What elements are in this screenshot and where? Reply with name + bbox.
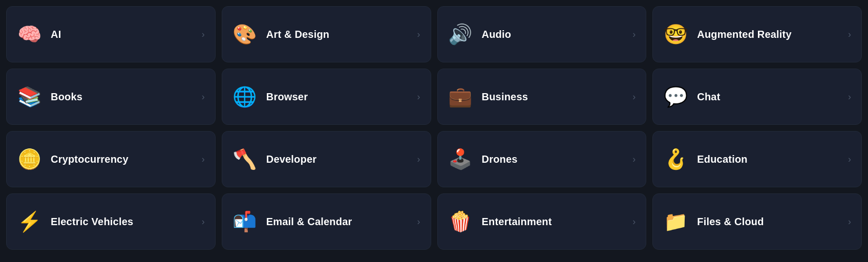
category-card-education[interactable]: 🪝Education› — [652, 131, 862, 187]
category-card-audio[interactable]: 🔊Audio› — [437, 6, 647, 62]
category-card-augmented-reality[interactable]: 🤓Augmented Reality› — [652, 6, 862, 62]
category-card-email-calendar[interactable]: 📬Email & Calendar› — [222, 193, 431, 250]
chat-icon: 💬 — [663, 87, 688, 106]
business-chevron-icon: › — [632, 92, 636, 102]
chat-chevron-icon: › — [848, 92, 851, 102]
ai-label: AI — [51, 29, 61, 40]
business-label: Business — [482, 91, 528, 103]
card-left-section: 💼Business — [448, 87, 528, 106]
card-left-section: 🌐Browser — [232, 87, 308, 106]
art-design-icon: 🎨 — [232, 25, 257, 44]
audio-chevron-icon: › — [632, 29, 636, 40]
cryptocurrency-label: Cryptocurrency — [51, 154, 129, 165]
files-cloud-chevron-icon: › — [848, 216, 851, 227]
card-left-section: 🔊Audio — [448, 25, 512, 44]
books-chevron-icon: › — [202, 92, 205, 102]
card-left-section: 🧠AI — [17, 25, 61, 44]
card-left-section: 💬Chat — [663, 87, 720, 106]
card-left-section: 📬Email & Calendar — [232, 212, 352, 231]
augmented-reality-label: Augmented Reality — [697, 29, 792, 40]
drones-icon: 🕹️ — [448, 149, 473, 169]
card-left-section: 🪝Education — [663, 149, 747, 169]
audio-label: Audio — [482, 29, 512, 40]
augmented-reality-icon: 🤓 — [663, 25, 688, 44]
developer-label: Developer — [266, 154, 317, 165]
entertainment-label: Entertainment — [482, 216, 552, 228]
card-left-section: 📚Books — [17, 87, 82, 106]
audio-icon: 🔊 — [448, 25, 473, 44]
category-card-business[interactable]: 💼Business› — [437, 69, 647, 125]
card-left-section: 🕹️Drones — [448, 149, 518, 169]
developer-icon: 🪓 — [232, 149, 257, 169]
category-card-browser[interactable]: 🌐Browser› — [222, 69, 431, 125]
cryptocurrency-icon: 🪙 — [17, 149, 41, 169]
category-card-electric-vehicles[interactable]: ⚡Electric Vehicles› — [6, 193, 216, 250]
art-design-chevron-icon: › — [417, 29, 420, 40]
books-label: Books — [51, 91, 82, 103]
chat-label: Chat — [697, 91, 720, 103]
category-card-chat[interactable]: 💬Chat› — [652, 69, 862, 125]
card-left-section: 📁Files & Cloud — [663, 212, 764, 231]
browser-icon: 🌐 — [232, 87, 257, 106]
augmented-reality-chevron-icon: › — [848, 29, 851, 40]
card-left-section: 🪙Cryptocurrency — [17, 149, 129, 169]
electric-vehicles-label: Electric Vehicles — [51, 216, 133, 228]
category-card-books[interactable]: 📚Books› — [6, 69, 216, 125]
category-grid: 🧠AI›🎨Art & Design›🔊Audio›🤓Augmented Real… — [6, 6, 862, 250]
card-left-section: 🪓Developer — [232, 149, 317, 169]
drones-label: Drones — [482, 154, 518, 165]
files-cloud-label: Files & Cloud — [697, 216, 764, 228]
education-icon: 🪝 — [663, 149, 688, 169]
ai-icon: 🧠 — [17, 25, 41, 44]
entertainment-icon: 🍿 — [448, 212, 473, 231]
category-card-developer[interactable]: 🪓Developer› — [222, 131, 431, 187]
card-left-section: 🍿Entertainment — [448, 212, 552, 231]
category-card-files-cloud[interactable]: 📁Files & Cloud› — [652, 193, 862, 250]
education-label: Education — [697, 154, 747, 165]
drones-chevron-icon: › — [632, 154, 636, 165]
education-chevron-icon: › — [848, 154, 851, 165]
category-card-drones[interactable]: 🕹️Drones› — [437, 131, 647, 187]
art-design-label: Art & Design — [266, 29, 330, 40]
entertainment-chevron-icon: › — [632, 216, 636, 227]
card-left-section: ⚡Electric Vehicles — [17, 212, 133, 231]
card-left-section: 🤓Augmented Reality — [663, 25, 792, 44]
business-icon: 💼 — [448, 87, 473, 106]
developer-chevron-icon: › — [417, 154, 420, 165]
cryptocurrency-chevron-icon: › — [202, 154, 205, 165]
category-card-art-design[interactable]: 🎨Art & Design› — [222, 6, 431, 62]
browser-label: Browser — [266, 91, 308, 103]
files-cloud-icon: 📁 — [663, 212, 688, 231]
card-left-section: 🎨Art & Design — [232, 25, 330, 44]
category-card-ai[interactable]: 🧠AI› — [6, 6, 216, 62]
electric-vehicles-icon: ⚡ — [17, 212, 41, 231]
email-calendar-chevron-icon: › — [417, 216, 420, 227]
email-calendar-label: Email & Calendar — [266, 216, 352, 228]
electric-vehicles-chevron-icon: › — [202, 216, 205, 227]
browser-chevron-icon: › — [417, 92, 420, 102]
email-calendar-icon: 📬 — [232, 212, 257, 231]
category-card-cryptocurrency[interactable]: 🪙Cryptocurrency› — [6, 131, 216, 187]
ai-chevron-icon: › — [202, 29, 205, 40]
books-icon: 📚 — [17, 87, 41, 106]
category-card-entertainment[interactable]: 🍿Entertainment› — [437, 193, 647, 250]
